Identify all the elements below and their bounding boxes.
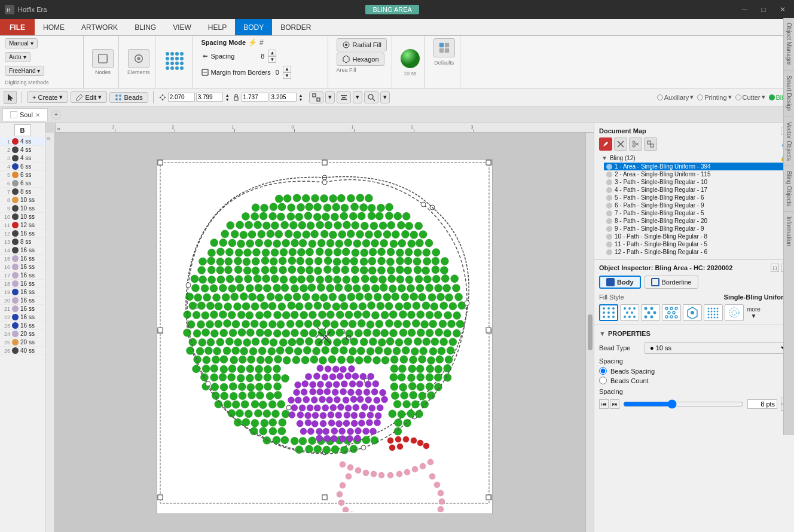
spacing-step-back-button[interactable]: ⏭ [610,399,619,409]
bead-list-item[interactable]: 24 20 ss [0,330,45,338]
coord-x-up-button[interactable]: ▲ [225,93,230,97]
distribute-button[interactable]: ▾ [353,91,362,103]
canvas-inner[interactable]: // This will be populated by the renderi… [55,133,594,532]
bead-list-item[interactable]: 13 8 ss [0,238,45,246]
bead-list-item[interactable]: 9 10 ss [0,204,45,213]
bead-list-item[interactable]: 19 16 ss [0,288,45,296]
tab-close-button[interactable]: ✕ [35,112,40,118]
bead-type-select[interactable]: ● 10 ss [645,342,789,354]
bead-list-item[interactable]: 16 16 ss [0,263,45,271]
vertical-scrollbar[interactable] [585,133,594,532]
doc-child-item[interactable]: 8 - Path - Single-Bling Regular - 20 [604,217,789,225]
bead-list-item[interactable]: 8 10 ss [0,196,45,204]
spacing-slider[interactable] [623,399,744,409]
doc-child-item[interactable]: 10 - Path - Single-Bling Regular - 8 [604,233,789,240]
bead-list-item[interactable]: 15 16 ss [0,255,45,263]
menu-artwork[interactable]: ARTWORK [73,19,126,35]
auto-button[interactable]: Auto ▾ [5,52,30,62]
bling-node[interactable]: ▼ Bling (12) 🔒 [599,154,789,163]
menu-home[interactable]: HOME [35,19,73,35]
bead-list-item[interactable]: 17 16 ss [0,271,45,280]
menu-help[interactable]: HELP [200,19,235,35]
spacing-down-button[interactable]: ▼ [268,56,276,63]
window-minimize-button[interactable]: ─ [738,3,751,16]
coord-y2-input[interactable] [270,93,297,102]
grid-button[interactable]: ▾ [325,91,335,103]
fill-pattern-6-button[interactable] [704,304,723,321]
bead-list-item[interactable]: 7 8 ss [0,188,45,196]
doc-child-item[interactable]: 4 - Path - Single-Bling Regular - 17 [604,186,789,194]
coord-y-up-button[interactable]: ▲ [299,93,303,97]
cutter-button[interactable]: Cutter ▾ [735,93,765,101]
shapes-button[interactable] [92,49,114,68]
align-button[interactable] [337,91,351,103]
fill-pattern-4-button[interactable] [662,304,681,321]
information-vtab[interactable]: Information [784,212,794,251]
bead-list-item[interactable]: 2 4 ss [0,146,45,154]
manual-button[interactable]: Manual ▾ [5,38,38,48]
fill-pattern-1-button[interactable] [599,304,618,321]
doc-child-item[interactable]: 12 - Path - Single-Bling Regular - 6 [604,248,789,256]
doc-child-item[interactable]: 6 - Path - Single-Bling Regular - 9 [604,201,789,209]
margin-down-button[interactable]: ▼ [283,72,291,79]
doc-child-item[interactable]: 3 - Path - Single-Bling Regular - 10 [604,178,789,186]
vector-objects-vtab[interactable]: Vector Objects [784,123,794,166]
fit-button[interactable]: ▾ [380,91,390,103]
bead-list-item[interactable]: 3 4 ss [0,154,45,163]
window-close-button[interactable]: ✕ [776,3,789,16]
bead-list-item[interactable]: 22 16 ss [0,313,45,322]
auxiliary-dropdown[interactable]: ▾ [690,93,694,101]
spacing-skip-start-button[interactable]: ⏮ [599,399,609,409]
doc-child-item[interactable]: 9 - Path - Single-Bling Regular - 9 [604,225,789,233]
snap-button[interactable] [309,91,323,103]
auto-dropdown-icon[interactable]: ▾ [23,54,26,60]
create-dropdown-icon[interactable]: ▾ [59,93,63,101]
bead-list-item[interactable]: 21 16 ss [0,305,45,313]
beads-button[interactable]: Beads [109,92,148,103]
menu-border[interactable]: BORDER [272,19,319,35]
spacing-value-input[interactable] [747,399,777,409]
defaults-grid-button[interactable] [433,38,455,57]
bead-list-item[interactable]: 1 4 ss [0,137,45,146]
b-toggle-button[interactable]: B [14,124,31,136]
bead-list-item[interactable]: 23 16 ss [0,322,45,330]
spacing-up-button[interactable]: ▲ [268,50,276,56]
menu-body[interactable]: BODY [235,19,272,35]
coord-y1-input[interactable] [242,93,268,102]
printing-button[interactable]: Printing ▾ [697,93,731,101]
bead-list-item[interactable]: 18 16 ss [0,280,45,288]
bead-list-item[interactable]: 20 16 ss [0,296,45,305]
coord-x2-input[interactable] [196,93,223,102]
menu-file[interactable]: FILE [0,19,35,35]
doc-child-item[interactable]: 1 - Area - Single-Bling Uniform - 394 [604,163,789,170]
edit-dropdown-icon[interactable]: ▾ [98,93,102,101]
cutter-dropdown[interactable]: ▾ [762,93,765,101]
zoom-button[interactable] [364,91,378,103]
create-button[interactable]: + Create ▾ [27,91,68,103]
radial-fill-button[interactable]: Radial Fill [337,38,387,51]
bead-list-item[interactable]: 6 6 ss [0,179,45,188]
fill-pattern-3-button[interactable] [641,304,660,321]
scissors-tool-button[interactable] [629,137,642,151]
fill-pattern-2-button[interactable] [620,304,639,321]
pen-tool-button[interactable] [599,137,612,151]
fill-pattern-5-button[interactable] [683,304,702,321]
bead-list-item[interactable]: 26 40 ss [0,347,45,355]
cut-tool-button[interactable] [614,137,627,151]
coord-x1-input[interactable] [168,93,195,102]
printing-dropdown[interactable]: ▾ [728,93,732,101]
bead-list-item[interactable]: 10 10 ss [0,213,45,221]
doc-child-item[interactable]: 2 - Area - Single-Bling Uniform - 115 [604,170,789,178]
bead-list-item[interactable]: 4 6 ss [0,163,45,171]
body-tab[interactable]: Body [599,276,641,289]
borderline-tab[interactable]: Borderline [645,276,698,289]
manual-dropdown-icon[interactable]: ▾ [30,40,33,47]
bead-list-item[interactable]: 12 16 ss [0,230,45,238]
fill-pattern-7-button[interactable] [725,304,744,321]
elements-button[interactable] [128,49,149,68]
bead-list-item[interactable]: 25 20 ss [0,338,45,347]
beads-spacing-radio[interactable] [599,367,607,375]
freehand-button[interactable]: FreeHand ▾ [5,66,44,76]
bead-list-item[interactable]: 11 12 ss [0,221,45,230]
select-tool-button2[interactable] [644,137,657,151]
